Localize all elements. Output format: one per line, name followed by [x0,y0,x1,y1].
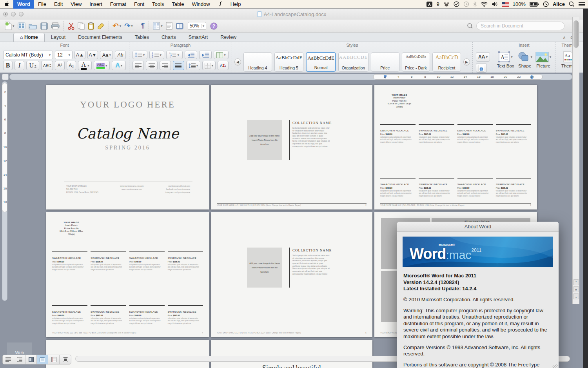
menu-tools[interactable]: Tools [148,0,168,9]
menu-table[interactable]: Table [168,0,188,9]
highlight-color-button[interactable]: ABC▾ [94,61,110,70]
font-size-select[interactable]: 12▾ [55,51,73,59]
script-menu[interactable] [214,0,227,9]
zoom-select[interactable]: 50%▾ [188,22,207,30]
columns-button[interactable]: ▾ [153,21,163,31]
draft-view-button[interactable] [3,355,14,364]
menu-file[interactable]: File [34,0,50,9]
resize-grip[interactable] [552,364,558,368]
tab-document-elements[interactable]: Document Elements [72,33,129,42]
check-circle-icon[interactable] [454,1,459,7]
print-layout-view-button[interactable] [37,355,48,364]
shrink-font-button[interactable]: A▼ [87,51,98,59]
style-price[interactable]: Price [371,52,399,72]
search-icon[interactable] [467,23,474,29]
multilevel-list-button[interactable]: 1ai▾ [166,51,183,59]
undo-button[interactable]: ↶▾ [113,21,122,31]
notification-center-icon[interactable] [579,2,585,7]
cover-image-placeholder[interactable]: Add your cover image in this frame Inser… [247,248,282,288]
menu-format[interactable]: Format [106,0,130,9]
columns-layout-button[interactable]: ▾ [214,51,229,59]
browse-object-button[interactable]: ● [573,286,579,292]
format-painter-button[interactable] [97,21,105,31]
decrease-indent-button[interactable] [185,51,197,59]
style-organization[interactable]: AABBCCDEOrganization [338,52,368,72]
sort-button[interactable]: AZ↓ [218,61,229,70]
menu-window[interactable]: Window [188,0,214,9]
strikethrough-button[interactable]: ABC [41,61,53,70]
page-1-cover[interactable]: YOUR LOGO HERE Catalog Name SPRING 2016 … [46,85,209,210]
image-placeholder[interactable]: YOUR IMAGE Insert>Photo> Picture From fi… [380,93,419,108]
insert-picture-button[interactable]: ▾ Picture [535,52,552,68]
tab-selector-box[interactable] [2,74,9,80]
page-5-collection[interactable]: Add your cover image in this frame Inser… [211,212,372,337]
style-heading-5[interactable]: AaBbCcDdEHeading 5 [274,52,304,72]
bold-button[interactable]: B [3,61,13,70]
menu-view[interactable]: View [67,0,85,9]
page-3-products[interactable]: YOUR IMAGE Insert>Photo> Picture From fi… [374,85,537,210]
italic-button[interactable]: I [15,61,24,70]
cut-button[interactable] [68,21,74,31]
align-center-button[interactable] [146,61,157,70]
bulleted-list-button[interactable]: ▾ [132,51,147,59]
battery-icon[interactable] [530,2,539,7]
tab-home[interactable]: ⌂ Home [13,33,45,42]
vertical-scrollbar[interactable]: ⌃ ● ⌄ [572,17,579,304]
wifi-icon[interactable] [481,2,488,7]
subscript-button[interactable]: A₂ [67,61,76,70]
borders-button[interactable]: ▾ [202,61,216,70]
numbered-list-button[interactable]: 123▾ [149,51,164,59]
publishing-layout-view-button[interactable] [25,355,37,364]
volume-icon[interactable] [492,2,498,7]
style-recipient[interactable]: AaBbCcDRecipient [432,52,461,72]
media-browser-button[interactable] [18,21,25,31]
underline-button[interactable]: U▾ [26,61,40,70]
notebook-layout-view-button[interactable] [48,355,60,364]
line-spacing-button[interactable]: ▾ [186,61,200,70]
help-button[interactable]: ? [210,21,218,31]
input-language-flag-icon[interactable] [502,2,509,7]
align-left-button[interactable] [132,61,144,70]
show-formatting-button[interactable]: ¶ [141,21,145,31]
insert-text-box-button[interactable]: A▾ Text Box [497,51,514,68]
apple-menu[interactable] [0,0,13,9]
cover-image-placeholder[interactable]: Add your cover image in this frame Inser… [247,120,282,160]
next-page-button[interactable]: ⌄ [573,293,579,299]
font-name-select[interactable]: Calisto MT (Body)▾ [3,51,53,59]
menu-word[interactable]: Word [13,0,34,9]
previous-page-button[interactable]: ⌃ [573,279,579,285]
new-document-button[interactable]: ▾ [5,21,15,31]
page-4-products[interactable]: YOUR IMAGE Insert>Photo> Picture From fi… [46,212,209,337]
style-normal[interactable]: AaBbCcDdENormal [306,52,336,72]
style-price-dark[interactable]: AaBbCcDdEePrice - Dark [402,52,430,72]
time-machine-icon[interactable] [463,1,469,7]
scrollbar-thumb[interactable] [573,20,579,48]
justify-button[interactable] [173,61,184,70]
redo-button[interactable]: ↷▾ [124,21,133,31]
grow-font-button[interactable]: A▲ [74,51,85,59]
outline-view-button[interactable] [14,355,25,364]
increase-indent-button[interactable] [199,51,212,59]
save-button[interactable] [40,21,48,31]
tab-tables[interactable]: Tables [129,33,155,42]
menu-edit[interactable]: Edit [50,0,67,9]
manage-styles-button[interactable] [476,63,487,73]
adobe-icon[interactable] [426,2,432,7]
superscript-button[interactable]: A² [55,61,64,70]
menu-help[interactable]: Help [227,0,245,9]
reference-tools-button[interactable] [176,21,184,31]
search-input[interactable]: Search in Document [476,22,564,30]
paw-icon[interactable] [443,2,450,7]
align-right-button[interactable] [160,61,171,70]
bluetooth-icon[interactable] [473,1,477,7]
vertical-ruler[interactable]: 24681012141618 [2,83,7,212]
horizontal-ruler[interactable]: 24681012141618202224 [9,74,572,80]
insert-shape-button[interactable]: ▾ Shape [517,51,532,68]
styles-scroll-left[interactable]: ◀ [234,58,241,66]
text-effects-button[interactable]: A▾ [112,61,126,70]
menu-font[interactable]: Font [130,0,148,9]
spotlight-icon[interactable] [569,1,575,7]
tab-charts[interactable]: Charts [155,33,182,42]
focus-view-button[interactable] [60,355,71,364]
page-2-collection[interactable]: Add your cover image in this frame Inser… [211,85,372,210]
